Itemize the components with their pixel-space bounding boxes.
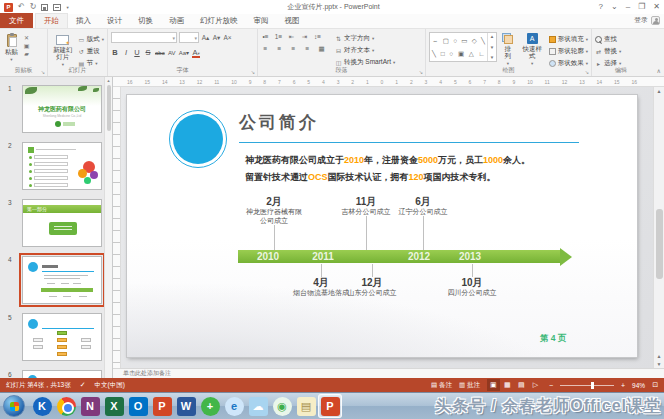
slide-thumbnail-5[interactable] — [22, 313, 102, 361]
shape-icon[interactable]: ▢ — [443, 37, 449, 44]
timeline-event-below[interactable]: 10月四川分公司成立 — [424, 264, 520, 318]
scrollbar-thumb[interactable] — [107, 85, 111, 131]
bullets-icon[interactable]: •≡ — [261, 33, 270, 41]
zoom-in-icon[interactable]: + — [621, 382, 625, 389]
slideshow-view-icon[interactable]: ▷ — [529, 379, 542, 391]
tab-动画[interactable]: 动画 — [161, 13, 192, 28]
green-app-icon[interactable]: ◉ — [270, 394, 294, 418]
scroll-up-icon[interactable]: ▲ — [107, 77, 111, 85]
tab-审阅[interactable]: 审阅 — [246, 13, 277, 28]
font-color-icon[interactable]: A▾ — [192, 48, 200, 58]
sign-in[interactable]: 登录 — [634, 15, 660, 25]
chrome-icon[interactable] — [54, 394, 78, 418]
format-painter-icon[interactable]: ▰ — [23, 50, 30, 57]
reset-button[interactable]: ↺重设 — [78, 46, 104, 57]
ribbon-display-options-icon[interactable]: ⌄ — [611, 2, 618, 12]
cut-icon[interactable]: ✕ — [23, 34, 30, 41]
line-spacing-icon[interactable]: ↕≡ — [313, 33, 322, 41]
help-button[interactable]: ? — [599, 2, 603, 12]
tab-file[interactable]: 文件 — [0, 13, 33, 28]
notes-toggle-button[interactable]: ▤ 备注 — [431, 381, 452, 390]
fit-to-window-icon[interactable]: ⊡ — [652, 381, 658, 389]
spellcheck-icon[interactable]: ✓ — [80, 381, 86, 389]
tab-设计[interactable]: 设计 — [99, 13, 130, 28]
close-button[interactable]: ✕ — [653, 2, 660, 12]
decrease-indent-icon[interactable]: ⇤ — [287, 33, 296, 41]
tab-视图[interactable]: 视图 — [277, 13, 308, 28]
slide-thumbnail-6[interactable] — [22, 370, 102, 378]
align-left-icon[interactable]: ≡ — [261, 45, 270, 53]
powerpoint-active-icon[interactable]: P — [318, 394, 342, 418]
undo-icon[interactable]: ↶ — [18, 3, 25, 11]
app-k-icon[interactable]: K — [30, 394, 54, 418]
tab-切换[interactable]: 切换 — [130, 13, 161, 28]
slide-editing-area[interactable]: 公司简介 神龙医药有限公司成立于2010年，注册资金5000万元，员工1000余… — [127, 95, 637, 357]
slide-sorter-view-icon[interactable]: ▦ — [501, 379, 514, 391]
slide-thumbnail-2[interactable] — [22, 142, 102, 190]
start-button[interactable] — [3, 395, 25, 417]
reading-view-icon[interactable]: ▤ — [515, 379, 528, 391]
paragraph-dialog-launcher-icon[interactable]: ↘ — [419, 69, 423, 75]
layout-button[interactable]: ▭版式▾ — [78, 34, 104, 45]
font-size-combo[interactable]: ▾ — [179, 32, 199, 43]
notepad-icon[interactable]: ▤ — [294, 394, 318, 418]
font-dialog-launcher-icon[interactable]: ↘ — [251, 69, 255, 75]
shape-icon[interactable]: ▣ — [458, 50, 464, 57]
shape-icon[interactable]: ╲ — [481, 37, 485, 44]
thumbnail-panel-scrollbar[interactable]: ▲ — [104, 77, 112, 378]
shape-icon[interactable]: ∟ — [479, 50, 485, 57]
scrollbar-thumb[interactable] — [656, 209, 663, 279]
shadow-button[interactable]: S — [144, 48, 152, 57]
next-slide-icon[interactable]: ▼ — [657, 361, 662, 367]
excel-icon[interactable]: X — [102, 394, 126, 418]
slide-body-text[interactable]: 神龙医药有限公司成立于2010年，注册资金5000万元，员工1000余人。 留置… — [245, 152, 530, 186]
align-right-icon[interactable]: ≡ — [289, 45, 298, 53]
zoom-slider[interactable] — [560, 385, 614, 386]
shape-icon[interactable]: △ — [469, 50, 474, 57]
tab-插入[interactable]: 插入 — [68, 13, 99, 28]
italic-button[interactable]: I — [122, 48, 130, 57]
shape-icon[interactable]: ╲ — [432, 50, 436, 57]
outlook-icon[interactable]: O — [126, 394, 150, 418]
shape-icon[interactable]: □ — [441, 50, 445, 57]
vertical-scrollbar[interactable]: ▲ ▲ ▼ — [653, 87, 664, 368]
font-name-combo[interactable]: ▾ — [111, 32, 177, 43]
paste-button[interactable]: 粘贴 ▾ — [3, 32, 20, 64]
strikethrough-button[interactable]: abc — [155, 50, 165, 56]
save-icon[interactable] — [41, 4, 48, 11]
shape-icon[interactable]: ◇ — [472, 37, 477, 44]
zoom-out-icon[interactable]: − — [549, 382, 553, 389]
columns-icon[interactable]: ▦ — [317, 45, 326, 53]
clipboard-dialog-launcher-icon[interactable]: ↘ — [41, 69, 45, 75]
decrease-font-icon[interactable]: A▾ — [212, 34, 221, 42]
drawing-dialog-launcher-icon[interactable]: ↘ — [585, 69, 589, 75]
justify-icon[interactable]: ≡ — [303, 45, 312, 53]
zoom-level[interactable]: 94% — [632, 382, 645, 389]
shape-icon[interactable]: ○ — [449, 50, 453, 57]
slide-number-status[interactable]: 幻灯片 第4张，共13张 — [6, 381, 71, 390]
slide-thumbnail-1[interactable]: 神龙医药有限公司 Shenlong Medicine Co.,Ltd — [22, 85, 102, 133]
normal-view-icon[interactable]: ▣ — [487, 379, 500, 391]
underline-button[interactable]: U — [133, 48, 141, 57]
timeline-event-above[interactable]: 2月神龙医疗器械有限 公司成立 — [229, 196, 319, 250]
shape-icon[interactable]: ⇔ — [432, 37, 439, 44]
weather-icon[interactable]: ☁ — [246, 394, 270, 418]
shape-icon[interactable]: ○ — [453, 37, 457, 44]
numbering-icon[interactable]: 1≡ — [274, 33, 283, 41]
collapse-ribbon-icon[interactable]: ∧ — [657, 67, 661, 74]
arrange-button[interactable]: 排列▾ — [500, 32, 516, 68]
word-icon[interactable]: W — [174, 394, 198, 418]
zoom-slider-thumb[interactable] — [591, 382, 594, 389]
notes-placeholder[interactable]: 单击此处添加备注 — [113, 368, 664, 378]
antivirus-icon[interactable]: + — [198, 394, 222, 418]
language-status[interactable]: 中文(中国) — [95, 381, 125, 390]
slide-title[interactable]: 公司简介 — [239, 111, 319, 134]
timeline-arrow-bar[interactable] — [238, 250, 560, 263]
timeline-event-above[interactable]: 6月辽宁分公司成立 — [378, 196, 468, 250]
copy-icon[interactable]: ▣ — [23, 42, 30, 49]
shape-fill-button[interactable]: 形状填充▾ — [549, 34, 588, 45]
shape-outline-button[interactable]: 形状轮廓▾ — [549, 46, 588, 57]
align-center-icon[interactable]: ≡ — [275, 45, 284, 53]
powerpoint-icon[interactable]: P — [150, 394, 174, 418]
character-spacing-icon[interactable]: AV — [168, 50, 176, 56]
